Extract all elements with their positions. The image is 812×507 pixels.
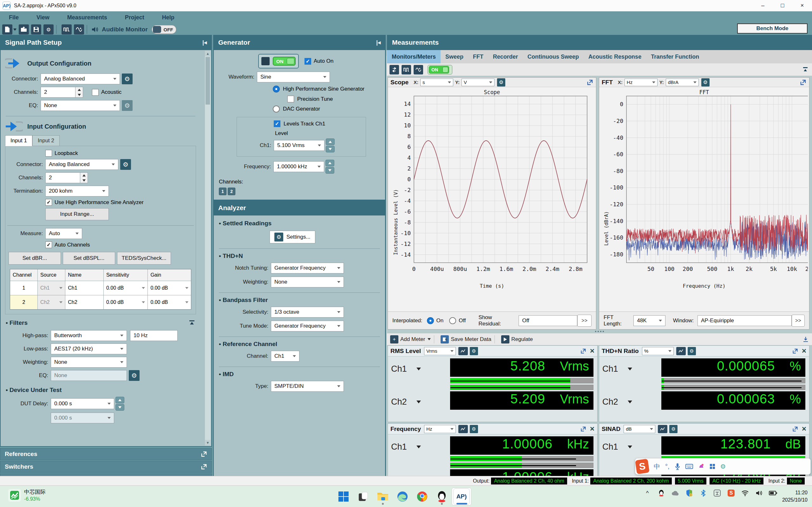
menu-file[interactable]: File <box>0 14 28 21</box>
show-residual-field[interactable]: Off <box>519 315 577 326</box>
output-channels-spinner[interactable] <box>75 87 83 98</box>
scroll-thumb[interactable] <box>206 57 210 105</box>
meter-chart-icon[interactable] <box>458 347 468 355</box>
tray-volume-icon[interactable] <box>755 489 763 497</box>
set-dbspl-button[interactable]: Set dBSPL... <box>63 252 115 265</box>
levels-track-ch1-checkbox[interactable] <box>274 120 281 127</box>
maximize-button[interactable]: □ <box>773 0 792 11</box>
settings-button[interactable]: ⚙ Settings... <box>270 231 315 243</box>
tray-qq-icon[interactable] <box>657 489 665 497</box>
weighting-dropdown[interactable]: None <box>51 357 127 368</box>
settings-gear-icon[interactable]: ⚙ <box>44 24 54 35</box>
add-meter-icon[interactable]: + <box>390 335 398 343</box>
meter-popout-icon[interactable] <box>580 348 587 354</box>
tab-monitors-meters[interactable]: Monitors/Meters <box>387 50 441 63</box>
interpolated-off-radio[interactable] <box>449 317 456 324</box>
add-meter-button[interactable]: Add Meter <box>400 336 425 343</box>
window-field[interactable]: AP-Equiripple <box>698 315 792 326</box>
notch-tuning-dropdown[interactable]: Generator Frequency <box>271 263 344 274</box>
signal-path-icon[interactable] <box>390 65 399 74</box>
meter-gear-icon[interactable]: ⚙ <box>669 425 677 433</box>
tab-sweep[interactable]: Sweep <box>441 50 468 63</box>
input-channels-spinner[interactable] <box>80 172 88 183</box>
meter-popout-icon[interactable] <box>792 348 798 354</box>
collapse-panel-icon[interactable] <box>802 66 809 73</box>
fft-more-button[interactable]: >> <box>792 315 805 327</box>
meter-unit-dropdown[interactable]: % <box>642 347 674 355</box>
analyzer-weighting-dropdown[interactable]: None <box>271 277 344 287</box>
menu-project[interactable]: Project <box>116 14 153 21</box>
channel-dropdown-icon[interactable] <box>416 400 421 403</box>
meter-popout-icon[interactable] <box>792 426 798 432</box>
tune-mode-dropdown[interactable]: Generator Frequency <box>271 321 344 331</box>
output-eq-dropdown[interactable]: None <box>41 100 120 111</box>
meter-chart-icon[interactable] <box>658 425 667 433</box>
toolbox-grid-icon[interactable] <box>710 464 715 469</box>
tab-input-1[interactable]: Input 1 <box>5 135 32 146</box>
new-project-dropdown-icon[interactable] <box>13 29 16 31</box>
tray-cloud-icon[interactable] <box>671 489 679 497</box>
set-dbr-button[interactable]: Set dBR... <box>9 252 61 265</box>
interpolated-on-radio[interactable] <box>427 317 434 324</box>
microphone-icon[interactable] <box>675 463 680 470</box>
dut-delay-spinner[interactable] <box>115 397 124 411</box>
high-performance-sine-analyzer-checkbox[interactable] <box>45 199 52 206</box>
high-pass-frequency-input[interactable]: 10 Hz <box>130 330 177 341</box>
sidebar-item-references[interactable]: References <box>0 448 212 460</box>
tab-input-2[interactable]: Input 2 <box>32 135 60 146</box>
menu-help[interactable]: Help <box>153 14 183 21</box>
precision-tune-checkbox[interactable] <box>287 96 294 102</box>
new-project-icon[interactable] <box>2 24 12 35</box>
scope-plot[interactable]: 14121086420-2-4-6-8-10-12-140400u800u1.2… <box>397 94 594 284</box>
low-pass-dropdown[interactable]: AES17 (20 kHz) <box>51 343 127 354</box>
name-cell[interactable]: Ch1 <box>65 281 104 295</box>
ime-punctuation-icon[interactable]: °, <box>665 463 670 470</box>
output-connector-gear-icon[interactable]: ⚙ <box>122 73 133 84</box>
meter-close-icon[interactable]: ✕ <box>802 347 807 354</box>
termination-dropdown[interactable]: 200 kohm <box>45 186 109 196</box>
meter-gear-icon[interactable]: ⚙ <box>470 425 478 433</box>
regulate-button[interactable]: Regulate <box>511 336 533 343</box>
meter-close-icon[interactable]: ✕ <box>802 425 807 433</box>
generator-on-toggle[interactable]: ON <box>258 54 299 68</box>
task-view-button[interactable] <box>353 488 373 505</box>
meter-chart-icon[interactable] <box>676 347 686 355</box>
tab-recorder[interactable]: Recorder <box>488 50 523 63</box>
tray-battery-icon[interactable] <box>769 489 777 497</box>
reference-channel-dropdown[interactable]: Ch1 <box>271 351 299 361</box>
scroll-down-icon[interactable]: ▼ <box>205 440 211 446</box>
auto-channels-checkbox[interactable] <box>45 241 52 248</box>
popout-icon[interactable] <box>201 464 207 470</box>
meter-close-icon[interactable]: ✕ <box>590 347 595 354</box>
input-connector-dropdown[interactable]: Analog Balanced <box>45 159 118 170</box>
scope-popout-icon[interactable] <box>587 79 594 86</box>
fft-plot[interactable]: 0-20-40-60-80-100-120-140-160-1805010020… <box>608 94 808 284</box>
panel-collapse-icon[interactable]: |◂ <box>202 39 207 46</box>
bench-mode-button[interactable]: Bench Mode <box>737 23 808 34</box>
tray-sogou-icon[interactable]: S <box>727 489 735 497</box>
chrome-button[interactable] <box>412 488 432 505</box>
generator-icon[interactable] <box>402 65 411 74</box>
tray-wifi-icon[interactable] <box>741 489 749 497</box>
sensitivity-dropdown[interactable]: 0.00 dB <box>104 281 148 295</box>
popout-icon[interactable] <box>201 451 207 457</box>
fft-x-unit-dropdown[interactable]: Hz <box>624 78 658 86</box>
scope-x-unit-dropdown[interactable]: s <box>420 78 453 86</box>
generator-channel-1-button[interactable]: 1 <box>219 187 226 195</box>
input-channels-input[interactable]: 2 <box>45 172 80 183</box>
tray-bluetooth-icon[interactable] <box>699 489 707 497</box>
fft-settings-gear-icon[interactable]: ⚙ <box>701 78 710 87</box>
scope-settings-gear-icon[interactable]: ⚙ <box>497 78 505 87</box>
fft-length-dropdown[interactable]: 48K <box>633 315 665 326</box>
teds-syscheck-button[interactable]: TEDS/SysCheck... <box>117 252 171 265</box>
channel-dropdown-icon[interactable] <box>628 400 632 403</box>
frequency-dropdown[interactable]: 1.00000 kHz <box>273 161 324 172</box>
waveform-dropdown[interactable]: Sine <box>257 72 330 82</box>
source-dropdown[interactable]: Ch1 <box>38 281 65 295</box>
fft-y-unit-dropdown[interactable]: dBrA <box>666 78 699 86</box>
ime-language-icon[interactable]: 中 <box>654 462 660 471</box>
output-eq-gear-icon[interactable]: ⚙ <box>122 100 133 111</box>
gain-dropdown[interactable]: 0.00 dB <box>148 295 191 309</box>
frequency-spinner[interactable] <box>325 160 334 174</box>
tray-defender-icon[interactable]: ! <box>685 489 693 497</box>
